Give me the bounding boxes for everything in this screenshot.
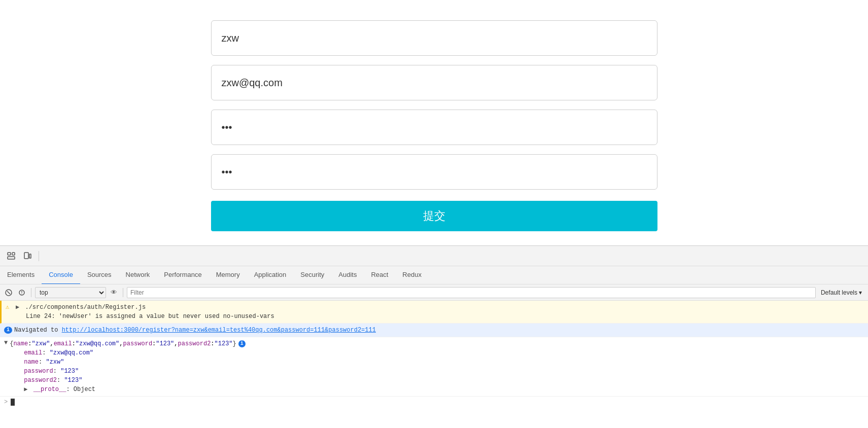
toolbar-separator [39,251,39,261]
obj-key-name: name [13,339,28,348]
main-content: zxw zxw@qq.com 提交 [0,0,868,245]
obj-prop-password2: password2: "123" [24,376,82,385]
console-row-info: i Navigated to http://localhost:3000/reg… [0,324,868,337]
preserve-log-button[interactable] [16,287,27,298]
devtools-tabs-bar: Elements Console Sources Network Perform… [0,266,868,284]
devtools-top-toolbar [0,246,868,266]
svg-rect-1 [8,257,15,259]
obj-expand-arrow[interactable]: ▼ [4,339,8,346]
warning-content: ▶ ./src/components/auth/Register.js Line… [16,303,864,321]
console-cursor-row: > [0,397,868,408]
object-summary-line[interactable]: {name: "zxw", email: "zxw@qq.com", passw… [10,339,864,348]
tab-application[interactable]: Application [247,266,294,284]
tab-elements[interactable]: Elements [0,266,42,284]
svg-point-9 [21,293,22,294]
obj-prop-password: password: "123" [24,367,79,376]
devtools-panel: Elements Console Sources Network Perform… [0,245,868,428]
console-toolbar: top 👁 Default levels ▾ [0,284,868,301]
chevron-down-icon: ▾ [859,289,862,296]
console-output: ⚠ ▶ ./src/components/auth/Register.js Li… [0,301,868,428]
tab-console[interactable]: Console [42,266,80,284]
console-row-warning: ⚠ ▶ ./src/components/auth/Register.js Li… [0,301,868,324]
expand-arrow[interactable]: ▶ [16,304,19,311]
inspect-element-button[interactable] [4,249,18,263]
tab-audits[interactable]: Audits [331,266,364,284]
obj-prop-email: email: "zxw@qq.com" [24,348,93,358]
cursor-gt: > [4,399,8,406]
default-levels-button[interactable]: Default levels ▾ [818,287,865,298]
form-container: zxw zxw@qq.com 提交 [211,20,657,231]
info-icon: i [4,327,12,334]
tab-react[interactable]: React [364,266,395,284]
svg-line-6 [7,291,10,294]
clear-console-button[interactable] [3,287,14,298]
nav-url-link[interactable]: http://localhost:3000/register?name=zxw&… [62,327,376,334]
svg-rect-2 [12,253,15,255]
obj-info-icon: i [238,340,246,347]
eye-button[interactable]: 👁 [108,287,119,298]
tab-memory[interactable]: Memory [209,266,247,284]
ct-sep-1 [31,288,31,297]
submit-button[interactable]: 提交 [211,201,657,231]
warning-icon: ⚠ [6,303,14,312]
svg-rect-4 [29,254,31,258]
password-input[interactable] [211,110,657,145]
obj-prop-name: name: "zxw" [24,358,64,367]
object-properties: email: "zxw@qq.com" name: "zxw" password… [14,348,864,394]
cursor-blink [11,399,15,406]
warning-message: Line 24: 'newUser' is assigned a value b… [26,313,274,320]
tab-sources[interactable]: Sources [80,266,119,284]
svg-rect-0 [8,253,11,255]
device-toolbar-button[interactable] [20,249,34,263]
filter-input[interactable] [127,287,816,298]
warning-file-path: ./src/components/auth/Register.js [25,304,146,311]
console-row-object: ▼ {name: "zxw", email: "zxw@qq.com", pas… [0,337,868,397]
email-input[interactable]: zxw@qq.com [211,65,657,100]
ct-sep-2 [123,288,123,297]
obj-prop-proto: ▶ __proto__: Object [24,385,95,394]
tab-security[interactable]: Security [293,266,331,284]
password2-input[interactable] [211,154,657,190]
tab-redux[interactable]: Redux [395,266,429,284]
context-select[interactable]: top [35,287,106,298]
svg-rect-3 [24,253,28,259]
object-content: {name: "zxw", email: "zxw@qq.com", passw… [10,339,864,394]
info-content: Navigated to http://localhost:3000/regis… [14,326,864,335]
navigated-to-text: Navigated to [14,327,58,334]
proto-expand-arrow[interactable]: ▶ [24,386,27,393]
username-input[interactable]: zxw [211,20,657,56]
tab-performance[interactable]: Performance [157,266,209,284]
tab-network[interactable]: Network [119,266,157,284]
